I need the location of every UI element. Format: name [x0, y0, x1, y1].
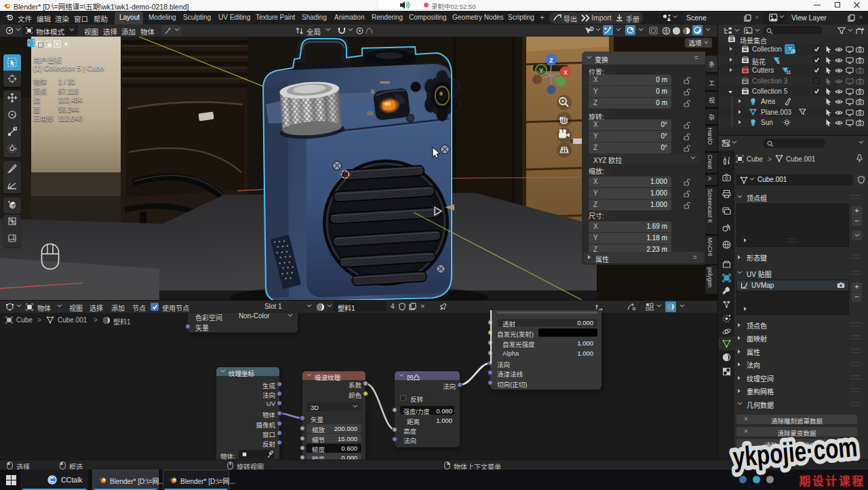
svg-text:Z: Z: [549, 57, 553, 64]
svg-text:X: X: [564, 69, 568, 76]
svg-text:Y: Y: [539, 67, 543, 74]
